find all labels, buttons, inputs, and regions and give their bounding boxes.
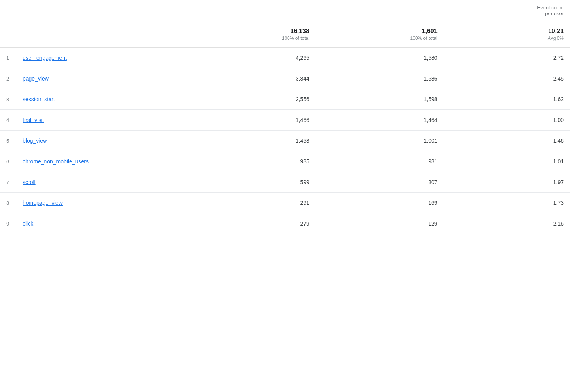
summary-total-users-value: 1,601 — [322, 28, 438, 35]
row-rank: 4 — [6, 117, 18, 123]
row-event-count: 1,466 — [188, 110, 316, 131]
summary-event-count-value: 16,138 — [194, 28, 309, 35]
col-header-event-name — [0, 0, 188, 21]
col-header-event-count[interactable] — [188, 0, 316, 21]
row-event-count: 279 — [188, 213, 316, 234]
row-event-count: 291 — [188, 193, 316, 213]
table-row: 5 blog_view 1,453 1,001 1.46 — [0, 131, 570, 151]
event-name-link[interactable]: first_visit — [23, 117, 44, 123]
row-total-users: 307 — [316, 172, 444, 193]
row-rank: 8 — [6, 200, 18, 206]
col-header-per-user[interactable]: Event countper user — [444, 0, 570, 21]
row-total-users: 1,598 — [316, 89, 444, 110]
row-name-cell: 6 chrome_non_mobile_users — [0, 151, 188, 172]
table-row: 1 user_engagement 4,265 1,580 2.72 — [0, 48, 570, 68]
row-event-count: 1,453 — [188, 131, 316, 151]
row-name-cell: 2 page_view — [0, 68, 188, 89]
event-name-link[interactable]: user_engagement — [23, 55, 67, 61]
analytics-table: Event countper user 16,138 100% of total… — [0, 0, 570, 234]
table-row: 6 chrome_non_mobile_users 985 981 1.01 — [0, 151, 570, 172]
row-per-user: 1.00 — [444, 110, 570, 131]
col-header-total-users[interactable] — [316, 0, 444, 21]
row-event-count: 599 — [188, 172, 316, 193]
row-name-cell: 5 blog_view — [0, 131, 188, 151]
row-per-user: 1.73 — [444, 193, 570, 213]
row-per-user: 1.01 — [444, 151, 570, 172]
row-name-cell: 3 session_start — [0, 89, 188, 110]
event-name-link[interactable]: click — [23, 220, 33, 227]
table-header-row: Event countper user — [0, 0, 570, 21]
event-name-link[interactable]: homepage_view — [23, 200, 63, 206]
row-name-cell: 7 scroll — [0, 172, 188, 193]
summary-name-cell — [0, 21, 188, 48]
row-total-users: 1,001 — [316, 131, 444, 151]
row-per-user: 2.72 — [444, 48, 570, 68]
event-name-link[interactable]: session_start — [23, 96, 55, 102]
row-event-count: 4,265 — [188, 48, 316, 68]
table-row: 8 homepage_view 291 169 1.73 — [0, 193, 570, 213]
summary-event-count: 16,138 100% of total — [188, 21, 316, 48]
event-name-link[interactable]: scroll — [23, 179, 36, 185]
row-total-users: 1,464 — [316, 110, 444, 131]
row-rank: 1 — [6, 55, 18, 61]
table-row: 7 scroll 599 307 1.97 — [0, 172, 570, 193]
row-name-cell: 4 first_visit — [0, 110, 188, 131]
row-event-count: 2,556 — [188, 89, 316, 110]
row-total-users: 1,586 — [316, 68, 444, 89]
row-per-user: 2.16 — [444, 213, 570, 234]
table-row: 2 page_view 3,844 1,586 2.45 — [0, 68, 570, 89]
row-rank: 3 — [6, 97, 18, 102]
table-row: 4 first_visit 1,466 1,464 1.00 — [0, 110, 570, 131]
row-per-user: 2.45 — [444, 68, 570, 89]
summary-per-user: 10.21 Avg 0% — [444, 21, 570, 48]
table-row: 3 session_start 2,556 1,598 1.62 — [0, 89, 570, 110]
summary-total-users: 1,601 100% of total — [316, 21, 444, 48]
summary-total-users-sub: 100% of total — [322, 36, 438, 41]
row-total-users: 1,580 — [316, 48, 444, 68]
row-rank: 7 — [6, 179, 18, 185]
summary-row: 16,138 100% of total 1,601 100% of total… — [0, 21, 570, 48]
row-total-users: 169 — [316, 193, 444, 213]
row-total-users: 981 — [316, 151, 444, 172]
row-total-users: 129 — [316, 213, 444, 234]
event-name-link[interactable]: blog_view — [23, 138, 47, 144]
per-user-label: Event countper user — [537, 5, 564, 17]
row-per-user: 1.62 — [444, 89, 570, 110]
row-event-count: 985 — [188, 151, 316, 172]
event-name-link[interactable]: page_view — [23, 75, 49, 82]
row-rank: 9 — [6, 221, 18, 227]
summary-per-user-value: 10.21 — [450, 28, 564, 35]
row-name-cell: 8 homepage_view — [0, 193, 188, 213]
row-rank: 6 — [6, 159, 18, 165]
row-name-cell: 1 user_engagement — [0, 48, 188, 68]
row-per-user: 1.97 — [444, 172, 570, 193]
summary-per-user-sub: Avg 0% — [450, 36, 564, 41]
row-rank: 5 — [6, 138, 18, 144]
row-rank: 2 — [6, 76, 18, 82]
summary-event-count-sub: 100% of total — [194, 36, 309, 41]
table-row: 9 click 279 129 2.16 — [0, 213, 570, 234]
row-per-user: 1.46 — [444, 131, 570, 151]
row-event-count: 3,844 — [188, 68, 316, 89]
row-name-cell: 9 click — [0, 213, 188, 234]
event-name-link[interactable]: chrome_non_mobile_users — [23, 158, 89, 165]
